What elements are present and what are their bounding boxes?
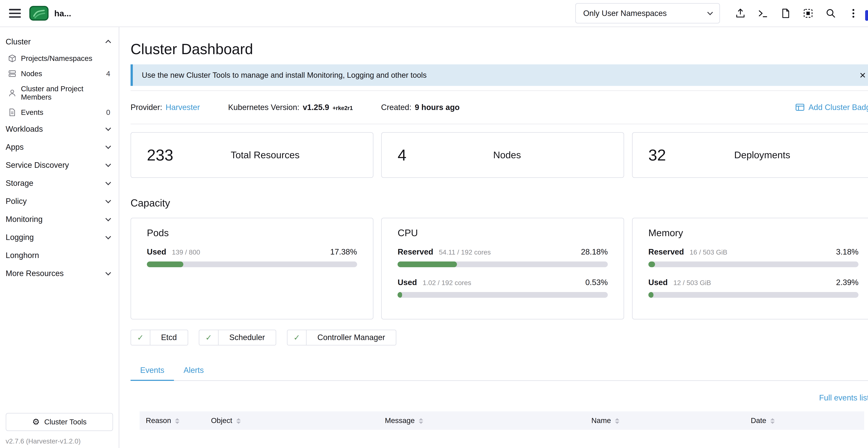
capacity-metric-percent: 2.39% (836, 278, 859, 287)
search-icon (826, 8, 836, 19)
sidebar-group-storage[interactable]: Storage (0, 174, 119, 192)
health-label: Scheduler (219, 330, 276, 345)
sidebar-group-workloads[interactable]: Workloads (0, 120, 119, 138)
kubernetes-version-suffix: +rke2r1 (333, 105, 353, 111)
copy-kubeconfig-button[interactable] (797, 2, 819, 25)
server-icon (8, 69, 17, 78)
capacity-metric-detail: 12 / 503 GiB (673, 279, 711, 287)
capacity-card-memory: Memory Reserved 16 / 503 GiB 3.18% (632, 218, 868, 319)
stat-label: Deployments (666, 150, 859, 160)
capacity-metric-percent: 17.38% (330, 248, 357, 256)
stat-label: Nodes (406, 150, 608, 160)
sidebar-group-logging[interactable]: Logging (0, 228, 119, 246)
progress-bar-fill (648, 261, 655, 267)
kubectl-shell-button[interactable] (752, 2, 774, 25)
stat-card-deployments: 32 Deployments (632, 132, 868, 178)
capacity-metric-percent: 28.18% (581, 248, 608, 256)
sidebar-group-label: Longhorn (6, 251, 39, 260)
app-window: ha... Only User Namespaces (0, 0, 868, 448)
check-icon: ✓ (131, 330, 150, 345)
sidebar-section-cluster[interactable]: Cluster (0, 33, 119, 51)
sidebar-group-label: Logging (6, 233, 34, 242)
user-menu-button[interactable] (842, 2, 865, 25)
menu-icon[interactable] (9, 9, 21, 18)
kubernetes-version-value: v1.25.9 (303, 103, 329, 112)
chevron-down-icon (105, 216, 111, 221)
column-header-name[interactable]: Name (585, 411, 745, 430)
info-banner: Use the new Cluster Tools to manage and … (130, 64, 868, 86)
check-icon: ✓ (199, 330, 219, 345)
top-bar-actions: Only User Namespaces (575, 2, 868, 25)
sidebar-group-label: Storage (6, 179, 33, 188)
health-badge-controller-manager: ✓ Controller Manager (287, 330, 396, 346)
progress-bar-track (398, 261, 608, 267)
file-icon (780, 8, 791, 19)
health-badge-etcd: ✓ Etcd (130, 330, 188, 346)
sidebar-item-nodes[interactable]: Nodes 4 (0, 66, 119, 82)
capacity-card-title: CPU (398, 227, 608, 238)
sidebar-item-label: Cluster and Project Members (21, 85, 110, 101)
sidebar-item-projects-namespaces[interactable]: Projects/Namespaces (0, 51, 119, 66)
chevron-down-icon (105, 162, 111, 167)
download-kubeconfig-button[interactable] (774, 2, 797, 25)
kebab-menu-icon (852, 8, 855, 19)
version-text: v2.7.6 (Harvester-v1.2.0) (6, 438, 81, 445)
capacity-card-pods: Pods Used 139 / 800 17.38% (130, 218, 373, 319)
sidebar-item-count: 0 (106, 108, 111, 117)
add-cluster-badge-label: Add Cluster Badge (808, 103, 868, 112)
tab-alerts[interactable]: Alerts (174, 361, 213, 380)
capacity-metric-detail: 16 / 503 GiB (689, 249, 727, 256)
namespace-filter-select[interactable]: Only User Namespaces (575, 3, 720, 24)
cluster-tools-button[interactable]: ⚙ Cluster Tools (6, 413, 113, 431)
capacity-metric-label: Reserved (648, 248, 684, 256)
sidebar-item-events[interactable]: Events 0 (0, 105, 119, 120)
column-header-object[interactable]: Object (205, 411, 379, 430)
column-header-message[interactable]: Message (379, 411, 585, 430)
full-events-list-link[interactable]: Full events list (819, 393, 868, 402)
column-label: Object (211, 416, 232, 424)
capacity-metric-detail: 139 / 800 (172, 249, 200, 256)
sidebar-group-service-discovery[interactable]: Service Discovery (0, 156, 119, 174)
capacity-metric-detail: 54.11 / 192 cores (439, 249, 491, 256)
add-cluster-badge-button[interactable]: Add Cluster Badge (796, 103, 868, 112)
progress-bar-track (648, 292, 859, 298)
sidebar-group-policy[interactable]: Policy (0, 192, 119, 210)
column-header-reason[interactable]: Reason (140, 411, 205, 430)
column-header-date[interactable]: Date (745, 411, 864, 430)
tab-events[interactable]: Events (130, 361, 174, 381)
capacity-metric-label: Used (398, 278, 417, 287)
sort-icon (770, 418, 775, 424)
sidebar-group-label: Workloads (6, 125, 43, 134)
search-button[interactable] (819, 2, 842, 25)
import-yaml-button[interactable] (729, 2, 752, 25)
harvester-logo[interactable] (29, 6, 49, 21)
sidebar-section-label: Cluster (6, 37, 31, 46)
column-label: Reason (146, 416, 171, 424)
chevron-down-icon (105, 143, 111, 149)
sidebar-group-more-resources[interactable]: More Resources (0, 264, 119, 283)
sidebar-group-apps[interactable]: Apps (0, 138, 119, 156)
top-bar: ha... Only User Namespaces (0, 0, 868, 27)
chevron-down-icon (105, 125, 111, 131)
capacity-metric-label: Used (147, 248, 166, 256)
page-title: Cluster Dashboard (130, 41, 868, 58)
upload-icon (735, 8, 746, 19)
health-badge-scheduler: ✓ Scheduler (199, 330, 276, 346)
sidebar-item-cluster-members[interactable]: Cluster and Project Members (0, 82, 119, 105)
progress-bar-fill (648, 292, 653, 298)
sidebar-group-monitoring[interactable]: Monitoring (0, 210, 119, 228)
provider-label: Provider: (130, 103, 162, 112)
table-empty-row (140, 430, 864, 447)
capacity-metric-percent: 0.53% (585, 278, 608, 287)
sidebar-item-longhorn[interactable]: Longhorn (0, 246, 119, 264)
sidebar: Cluster Projects/Namespaces (0, 27, 119, 448)
column-label: Date (751, 416, 766, 424)
sort-icon (175, 418, 180, 424)
sort-icon (236, 418, 241, 424)
capacity-row: Pods Used 139 / 800 17.38% CPU (130, 218, 868, 319)
capacity-card-cpu: CPU Reserved 54.11 / 192 cores 28.18% (381, 218, 624, 319)
close-icon[interactable]: × (860, 70, 866, 81)
provider-link[interactable]: Harvester (166, 103, 200, 112)
cluster-meta-row: Provider: Harvester Kubernetes Version: … (130, 91, 868, 124)
cluster-tools-label: Cluster Tools (44, 418, 87, 426)
